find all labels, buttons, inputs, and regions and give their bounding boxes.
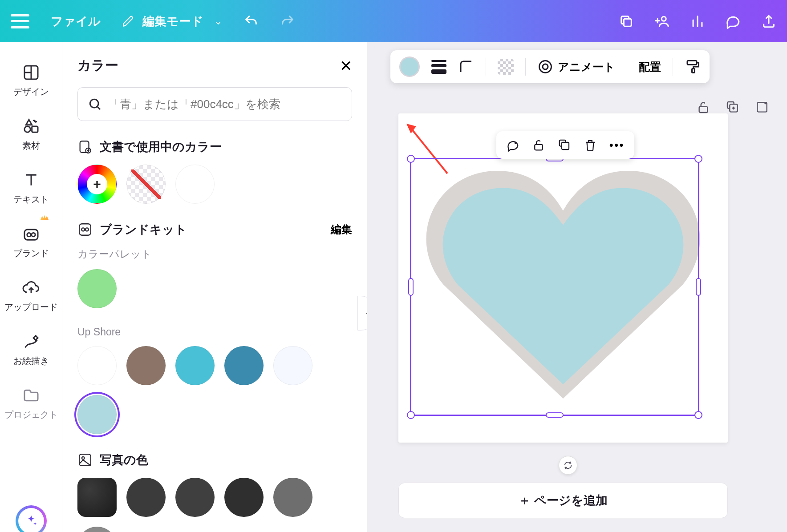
rail-elements[interactable]: 素材: [0, 109, 62, 160]
rail-project-label: プロジェクト: [4, 409, 58, 421]
more-actions-button[interactable]: •••: [609, 139, 625, 151]
color-swatch[interactable]: [77, 346, 117, 385]
delete-element-icon[interactable]: [584, 138, 597, 152]
canvas-area: アニメート 配置: [367, 42, 787, 532]
color-swatch[interactable]: [77, 395, 117, 434]
svg-point-8: [90, 99, 98, 108]
pencil-icon: [122, 15, 134, 28]
svg-point-13: [85, 228, 89, 231]
file-menu[interactable]: ファイル: [51, 13, 101, 29]
resize-handle-tr[interactable]: [694, 155, 702, 163]
color-swatch[interactable]: [175, 478, 215, 517]
color-swatch[interactable]: [175, 346, 215, 385]
rail-upload[interactable]: アップロード: [0, 271, 62, 321]
color-search-input[interactable]: [108, 97, 342, 111]
color-search[interactable]: [77, 87, 352, 121]
color-swatch[interactable]: [77, 527, 117, 532]
svg-point-6: [27, 233, 30, 237]
add-page-button[interactable]: ＋ ページを追加: [398, 483, 728, 518]
selection-box[interactable]: [410, 158, 699, 416]
rail-draw[interactable]: お絵描き: [0, 325, 62, 375]
menu-button[interactable]: [11, 14, 29, 28]
color-swatch[interactable]: [175, 165, 215, 204]
add-page-icon[interactable]: [755, 100, 769, 114]
page-tools: [696, 100, 769, 114]
rail-upload-label: アップロード: [4, 301, 58, 313]
sparkle-icon: [24, 514, 38, 528]
corner-icon: [458, 59, 474, 75]
color-swatch[interactable]: [273, 478, 312, 517]
svg-rect-26: [562, 142, 569, 149]
resize-handle-tl[interactable]: [407, 155, 415, 163]
unlock-page-icon[interactable]: [696, 100, 710, 114]
fill-swatch-icon: [399, 56, 420, 77]
resize-handle-b[interactable]: [546, 412, 564, 418]
brand-icon: [22, 225, 40, 243]
svg-rect-4: [32, 126, 37, 132]
color-swatch[interactable]: [126, 165, 166, 204]
brandkit-icon: [77, 222, 93, 237]
position-button[interactable]: 配置: [639, 60, 661, 74]
palette-label: カラーパレット: [77, 247, 352, 261]
position-label: 配置: [639, 60, 661, 74]
close-panel-button[interactable]: ✕: [340, 57, 352, 75]
fill-color-button[interactable]: [399, 56, 420, 77]
sync-icon: [563, 460, 573, 470]
rail-ai-button[interactable]: [16, 505, 47, 532]
brand-palette-swatch[interactable]: [77, 269, 117, 308]
stroke-weight-button[interactable]: [431, 60, 446, 74]
share-people-icon[interactable]: [654, 14, 669, 29]
color-swatch[interactable]: [126, 478, 166, 517]
resize-handle-br[interactable]: [694, 411, 702, 419]
search-icon: [88, 97, 102, 111]
rail-text[interactable]: テキスト: [0, 163, 62, 214]
svg-point-12: [81, 228, 85, 231]
resize-handle-bl[interactable]: [407, 411, 415, 419]
svg-rect-19: [692, 69, 695, 73]
svg-rect-0: [624, 19, 631, 26]
lock-element-icon[interactable]: [532, 138, 545, 152]
duplicate-element-icon[interactable]: [558, 138, 571, 152]
color-swatch[interactable]: [77, 478, 117, 517]
export-icon[interactable]: [761, 14, 776, 29]
rail-elements-label: 素材: [22, 140, 40, 152]
comment-add-icon[interactable]: [506, 138, 519, 152]
rail-text-label: テキスト: [13, 193, 49, 206]
draw-icon: [22, 333, 40, 351]
duplicate-page-icon[interactable]: [726, 100, 740, 114]
color-swatch[interactable]: [224, 346, 264, 385]
palette-name: Up Shore: [77, 326, 352, 338]
brandkit-edit-link[interactable]: 編集: [331, 222, 352, 237]
copy-icon[interactable]: [619, 14, 634, 29]
comment-icon[interactable]: [726, 14, 741, 29]
main-area: デザイン 素材 テキスト ブランド アップロード お絵描き プロジェクト: [0, 42, 787, 532]
undo-button[interactable]: [243, 14, 259, 29]
transparency-button[interactable]: [498, 59, 514, 75]
svg-point-1: [661, 16, 666, 21]
rail-brand[interactable]: ブランド: [0, 217, 62, 267]
sync-indicator[interactable]: [559, 456, 577, 475]
svg-rect-25: [535, 145, 543, 150]
image-icon: [77, 452, 93, 468]
redo-button[interactable]: [280, 14, 295, 29]
color-swatch[interactable]: [224, 478, 264, 517]
svg-point-15: [82, 457, 85, 459]
color-swatch[interactable]: [273, 346, 312, 385]
analytics-icon[interactable]: [690, 14, 705, 29]
rail-project[interactable]: プロジェクト: [0, 379, 62, 429]
svg-point-3: [24, 126, 30, 132]
layout-icon: [22, 64, 40, 81]
photo-colors-title: 写真の色: [100, 452, 148, 468]
color-swatch[interactable]: +: [77, 165, 117, 204]
corner-radius-button[interactable]: [458, 59, 474, 75]
color-swatch[interactable]: [126, 346, 166, 385]
animate-button[interactable]: アニメート: [537, 59, 615, 75]
resize-handle-l[interactable]: [408, 278, 414, 296]
rail-design[interactable]: デザイン: [0, 56, 62, 106]
upshore-swatches: [77, 346, 352, 434]
resize-handle-r[interactable]: [696, 278, 701, 296]
folder-icon: [22, 387, 40, 404]
format-painter-button[interactable]: [685, 59, 701, 75]
doc-colors-title: 文書で使用中のカラー: [100, 139, 222, 155]
edit-mode-dropdown[interactable]: 編集モード ⌄: [122, 13, 222, 29]
